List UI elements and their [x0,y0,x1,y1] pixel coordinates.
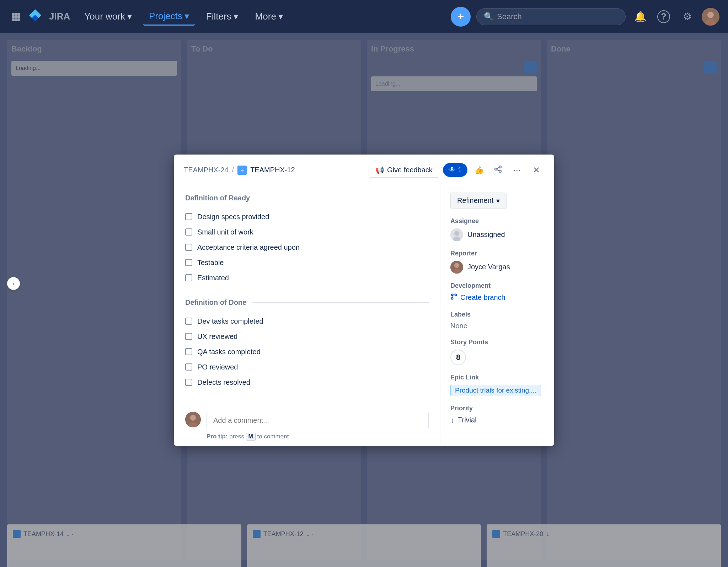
checkbox-defects[interactable] [185,379,192,386]
share-icon [494,165,502,175]
svg-rect-0 [12,13,15,16]
checkbox-qa-tasks[interactable] [185,348,192,355]
list-item: UX reviewed [185,329,429,344]
watch-button[interactable]: 👁 1 [443,163,467,177]
thumbsup-button[interactable]: 👍 [471,162,487,178]
list-item: Small unit of work [185,225,429,240]
nav-projects[interactable]: Projects ▾ [143,8,195,26]
checkbox-ux-reviewed[interactable] [185,333,192,340]
search-icon: 🔍 [484,12,493,21]
reporter-avatar [450,261,463,274]
header-actions: 📢 Give feedback 👁 1 👍 [369,162,544,178]
unassigned-avatar [450,228,463,241]
comment-section: Pro tip: press M to comment [185,403,429,441]
issue-detail-modal: TEAMPHX-24 / TEAMPHX-12 📢 Give feedback … [174,155,554,446]
help-button[interactable]: ? [655,8,673,26]
svg-line-17 [497,169,499,171]
nav-your-work[interactable]: Your work ▾ [79,8,138,25]
priority-value: Trivial [458,416,477,424]
svg-point-28 [451,297,453,299]
settings-button[interactable]: ⚙ [678,8,696,26]
share-button[interactable] [490,162,506,178]
nav-filters[interactable]: Filters ▾ [200,8,244,25]
create-branch-button[interactable]: Create branch [450,293,505,302]
arrow-left-icon: ‹ [12,280,15,287]
close-modal-button[interactable]: ✕ [529,162,544,178]
reporter-row[interactable]: Joyce Vargas [450,261,544,274]
modal-sidebar: Refinement ▾ Assignee [440,184,554,446]
more-options-button[interactable]: ··· [509,162,525,178]
search-bar[interactable]: 🔍 Search [476,8,626,25]
modal-overlay: TEAMPHX-24 / TEAMPHX-12 📢 Give feedback … [0,33,728,567]
story-points-section: Story Points 8 [450,339,544,365]
svg-rect-1 [15,13,17,16]
definition-of-ready-title: Definition of Ready [185,194,429,202]
list-item: PO reviewed [185,360,429,375]
svg-point-29 [455,294,457,296]
create-button[interactable]: + [451,7,471,27]
sprint-button[interactable]: Refinement ▾ [450,193,507,209]
priority-section: Priority ↓ Trivial [450,405,544,425]
notifications-button[interactable]: 🔔 [631,8,649,26]
checkbox-small-unit[interactable] [185,228,192,236]
reporter-section: Reporter Joyce Vargas [450,250,544,274]
svg-point-14 [495,168,497,170]
breadcrumb-separator: / [232,166,234,174]
svg-point-13 [499,166,501,168]
reporter-label: Reporter [450,250,544,257]
breadcrumb-parent-link[interactable]: TEAMPHX-24 [184,166,229,174]
modal-body: Definition of Ready Design specs provide… [174,184,554,446]
pro-tip-text: Pro tip: press M to comment [207,433,429,441]
checkbox-acceptance-criteria[interactable] [185,244,192,251]
svg-point-19 [190,415,196,421]
definition-of-done-section: Definition of Done Dev tasks completed U… [185,298,429,390]
list-item: QA tasks completed [185,344,429,360]
list-item: Testable [185,255,429,270]
key-badge: M [246,433,256,441]
checkbox-design-specs[interactable] [185,213,192,220]
labels-section: Labels None [450,311,544,330]
svg-point-22 [454,231,459,236]
more-chevron-icon: ▾ [278,11,283,22]
watch-icon: 👁 [449,166,456,174]
gear-icon: ⚙ [683,11,692,22]
svg-line-16 [497,167,499,168]
your-work-chevron-icon: ▾ [127,11,132,22]
user-avatar[interactable] [702,8,719,26]
svg-point-15 [499,170,501,172]
assignee-value: Unassigned [467,231,505,239]
epic-link-value[interactable]: Product trials for existing.... [450,385,541,396]
thumbsup-icon: 👍 [474,166,484,175]
reporter-value: Joyce Vargas [467,263,510,271]
comment-text-input[interactable] [207,412,429,429]
story-points-label: Story Points [450,339,544,346]
checkbox-dev-tasks[interactable] [185,318,192,325]
modal-main-content: Definition of Ready Design specs provide… [174,184,440,446]
svg-rect-2 [17,13,20,16]
svg-rect-5 [17,16,20,18]
priority-row[interactable]: ↓ Trivial [450,416,544,425]
give-feedback-button[interactable]: 📢 Give feedback [369,163,439,178]
breadcrumb-current: TEAMPHX-12 [250,166,295,174]
development-label: Development [450,282,544,290]
commenter-avatar [185,412,201,427]
nav-more[interactable]: More ▾ [250,8,289,25]
sprint-chevron-icon: ▾ [496,196,500,205]
question-icon: ? [657,10,670,23]
checkbox-po-reviewed[interactable] [185,363,192,371]
projects-chevron-icon: ▾ [184,11,189,22]
assignee-row[interactable]: Unassigned [450,228,544,241]
definition-of-done-title: Definition of Done [185,298,429,307]
comment-input-area: Pro tip: press M to comment [207,412,429,441]
modal-header: TEAMPHX-24 / TEAMPHX-12 📢 Give feedback … [174,155,554,184]
jira-logo-icon[interactable] [28,9,42,25]
checkbox-testable[interactable] [185,259,192,266]
definition-of-ready-section: Definition of Ready Design specs provide… [185,194,429,286]
grid-icon[interactable] [9,10,23,24]
labels-label: Labels [450,311,544,318]
scroll-left-button[interactable]: ‹ [7,277,20,290]
close-icon: ✕ [533,165,540,175]
checkbox-estimated[interactable] [185,274,192,281]
story-points-value[interactable]: 8 [450,350,466,365]
svg-rect-7 [15,18,17,21]
